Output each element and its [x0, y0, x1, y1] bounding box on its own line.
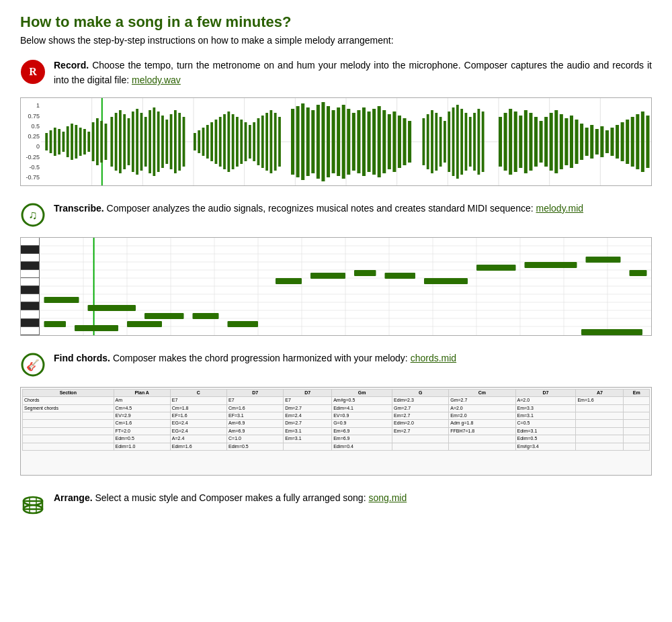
svg-rect-102 [469, 117, 472, 167]
svg-rect-125 [595, 129, 599, 154]
svg-rect-167 [228, 321, 259, 327]
svg-rect-107 [504, 113, 507, 171]
chord-table-cell: Am [114, 397, 170, 404]
svg-rect-31 [123, 114, 126, 169]
svg-rect-104 [477, 109, 480, 175]
svg-rect-89 [403, 118, 406, 165]
svg-rect-174 [525, 262, 577, 268]
pianoroll-grid [40, 238, 651, 335]
chord-table-cell: E7 [170, 397, 226, 404]
chord-table-cell: Edim=1.6 [170, 443, 226, 450]
svg-rect-80 [357, 110, 360, 173]
svg-rect-66 [278, 117, 281, 167]
chord-table-cell: Dm=2.7 [284, 420, 332, 427]
svg-rect-34 [136, 109, 138, 175]
melody-wav-link[interactable]: melody.wav [132, 75, 181, 85]
svg-rect-103 [473, 113, 476, 171]
svg-rect-78 [347, 109, 350, 175]
chord-table-cell: Gm=2.7 [392, 404, 449, 412]
chord-table-cell [576, 420, 624, 427]
svg-rect-26 [100, 121, 103, 163]
chord-table-cell: Edim=2.3 [392, 397, 449, 404]
waveform-visualization: 1 0.75 0.5 0.25 0 -0.25 -0.5 -0.75 [20, 97, 652, 186]
chord-table-header: D7 [515, 389, 576, 396]
step-transcribe-bold: Transcribe. [54, 203, 104, 214]
svg-rect-175 [586, 257, 621, 263]
chord-table-cell: Em=1.6 [576, 397, 624, 404]
svg-rect-96 [444, 121, 446, 163]
step-arrange-text: Arrange. Select a music style and Compos… [54, 490, 652, 505]
chord-table-cell [624, 427, 650, 435]
svg-rect-20 [75, 125, 77, 159]
chord-table-cell: Cm=1.6 [114, 420, 170, 427]
svg-rect-62 [261, 116, 264, 168]
svg-rect-132 [631, 117, 634, 167]
step-findchords-text: Find chords. Composer makes the chord pr… [54, 351, 652, 365]
chord-table-header: G [392, 389, 449, 396]
chord-table-cell: Adm g=1.8 [449, 420, 515, 427]
svg-rect-68 [296, 106, 300, 177]
svg-rect-32 [128, 118, 130, 165]
chords-mid-link[interactable]: chords.mid [411, 353, 456, 363]
chord-table-cell [624, 420, 650, 427]
chord-table-cell [23, 435, 114, 443]
svg-rect-23 [87, 132, 90, 152]
chord-table-cell: FT=2.0 [114, 427, 170, 435]
chord-table-cell: EV=0.9 [332, 412, 392, 419]
svg-rect-119 [564, 118, 568, 165]
chord-table-cell [576, 435, 624, 443]
waveform-svg [41, 98, 651, 185]
chord-table-cell: Em=6.9 [332, 435, 392, 443]
svg-rect-35 [140, 113, 143, 171]
svg-rect-71 [311, 110, 314, 173]
chord-table-cell: Em#g=3.4 [515, 443, 576, 450]
svg-rect-180 [581, 329, 642, 335]
chord-table-header: Cm [449, 389, 515, 396]
svg-rect-164 [88, 305, 136, 311]
piano-key [21, 286, 39, 294]
chord-table-cell [23, 427, 114, 435]
svg-rect-121 [575, 120, 579, 164]
transcribe-icon: ♫ [20, 202, 46, 228]
svg-rect-120 [570, 116, 573, 168]
svg-rect-122 [580, 124, 583, 160]
step-arrange: Arrange. Select a music style and Compos… [20, 490, 652, 517]
svg-rect-64 [270, 110, 273, 173]
svg-rect-127 [605, 130, 609, 153]
svg-rect-109 [514, 112, 517, 172]
svg-rect-134 [641, 112, 644, 172]
piano-key [21, 319, 39, 327]
svg-rect-41 [165, 120, 168, 164]
chord-table-cell: E7 [227, 397, 284, 404]
svg-rect-124 [590, 125, 593, 159]
chord-table-cell: EV=2.9 [114, 412, 170, 419]
chord-table-header: Em [624, 389, 650, 396]
svg-rect-55 [232, 114, 235, 169]
svg-rect-172 [424, 278, 468, 284]
svg-rect-87 [392, 112, 396, 172]
svg-rect-39 [157, 112, 160, 172]
chord-table-header: C [170, 389, 226, 396]
svg-rect-58 [245, 122, 247, 161]
svg-rect-50 [210, 122, 213, 161]
svg-rect-93 [431, 110, 433, 173]
chord-table-cell: E7 [284, 397, 332, 404]
song-mid-link[interactable]: song.mid [368, 492, 407, 503]
chord-table-cell [576, 427, 624, 435]
svg-rect-116 [550, 113, 553, 171]
record-icon: R [20, 59, 46, 85]
chord-table-cell: Em=2.4 [284, 412, 332, 419]
waveform-display: 1 0.75 0.5 0.25 0 -0.25 -0.5 -0.75 [21, 98, 651, 185]
svg-rect-25 [96, 118, 99, 165]
svg-rect-67 [291, 109, 294, 175]
chord-table-cell [624, 412, 650, 419]
svg-rect-83 [372, 109, 376, 175]
svg-rect-36 [144, 117, 147, 167]
melody-mid-link[interactable]: melody.mid [536, 203, 584, 214]
svg-rect-24 [92, 122, 95, 161]
svg-rect-69 [301, 103, 304, 180]
svg-rect-14 [50, 130, 52, 153]
chord-table-cell: A=2.4 [170, 435, 226, 443]
chord-table-cell: Edim=0.5 [515, 435, 576, 443]
chord-table-cell: Am#g=0.5 [332, 397, 392, 404]
